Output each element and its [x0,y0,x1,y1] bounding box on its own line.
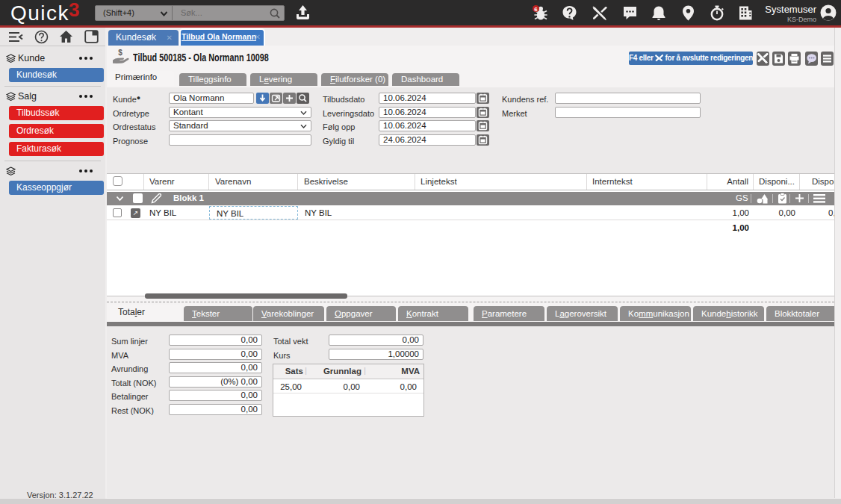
svg-text:6: 6 [534,6,538,13]
svg-text:$: $ [118,49,122,57]
